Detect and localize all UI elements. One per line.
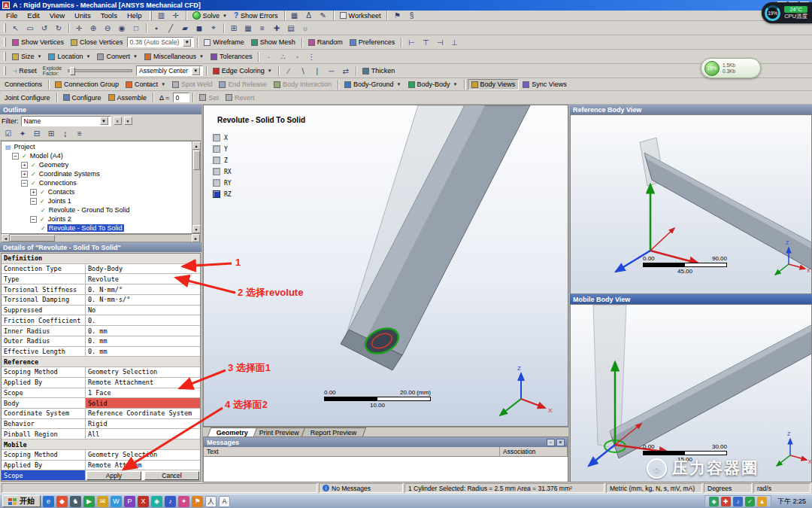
mobile-view-header[interactable]: Mobile Body View xyxy=(570,294,812,304)
vertex-ring-icon[interactable]: ◦ xyxy=(290,51,304,62)
start-button[interactable]: 开始 xyxy=(2,495,41,507)
status-units[interactable]: Metric (mm, kg, N, s, mV, mA) xyxy=(606,483,702,493)
tray-icon[interactable]: ✚ xyxy=(721,497,731,506)
status-messages[interactable]: iNo Messages xyxy=(319,483,403,493)
tab-print-preview[interactable]: Print Preview xyxy=(250,427,308,437)
messages-body[interactable] xyxy=(204,457,568,482)
delta-input[interactable]: 0 xyxy=(173,93,189,102)
reset-button[interactable]: ⊣Reset xyxy=(9,65,40,77)
delta-icon[interactable]: Δ xyxy=(302,10,316,21)
excel-icon[interactable]: X xyxy=(138,496,149,507)
menu-units[interactable]: Units xyxy=(70,11,95,20)
tab-geometry[interactable]: Geometry xyxy=(208,427,257,437)
preferences-button[interactable]: Preferences xyxy=(347,37,398,48)
scroll-down-icon[interactable]: ▼ xyxy=(192,225,201,233)
zoom-in-icon[interactable]: ⊕ xyxy=(86,23,100,34)
show-errors-button[interactable]: ?Show Errors xyxy=(231,10,281,21)
tray-icon[interactable]: ▲ xyxy=(757,497,767,506)
beam-section-icon[interactable]: ⊣ xyxy=(433,37,447,48)
toolbar-grip[interactable] xyxy=(4,23,6,32)
column-text[interactable]: Text xyxy=(204,447,500,456)
close-vertices-button[interactable]: Close Vertices xyxy=(68,37,126,48)
tree-item-revolute-solid[interactable]: ✓Revolute - Solid To Solid xyxy=(2,224,192,233)
tolerances-button[interactable]: Tolerances xyxy=(208,51,256,62)
beam-section-icon[interactable]: ⊢ xyxy=(404,37,418,48)
checkbox-icon[interactable] xyxy=(213,145,220,153)
sync-views-toggle[interactable]: Sync Views xyxy=(520,79,569,90)
geometry-viewport[interactable]: Z X Revolute - Solid To Solid X Y Z RX R… xyxy=(203,105,568,427)
details-row-ref-applied-by[interactable]: Applied ByRemote Attachment xyxy=(2,378,200,388)
body-interaction-button[interactable]: Body Interaction xyxy=(271,79,335,90)
assembly-center-combobox[interactable]: Assembly Center▼ xyxy=(136,65,203,76)
menu-tools[interactable]: Tools xyxy=(96,11,122,20)
app-icon[interactable]: ♞ xyxy=(70,496,81,507)
collapse-all-icon[interactable]: ⊟ xyxy=(30,128,44,139)
music-icon[interactable]: ♪ xyxy=(165,496,176,507)
tree-item-revolute-ground[interactable]: ✓Revolute - Ground To Solid xyxy=(2,205,192,214)
details-row-inner-radius[interactable]: Inner Radius0. mm xyxy=(2,326,200,336)
app-icon[interactable]: ◈ xyxy=(151,496,162,507)
dof-rx[interactable]: RX xyxy=(213,168,232,175)
apply-button[interactable]: Apply xyxy=(86,471,141,480)
word-icon[interactable]: W xyxy=(111,496,122,507)
body-body-dropdown[interactable]: Body-Body▼ xyxy=(405,79,461,90)
random-colors-button[interactable]: Random xyxy=(305,37,346,48)
scroll-up-icon[interactable]: ▲ xyxy=(192,141,201,150)
menu-help[interactable]: Help xyxy=(123,11,147,20)
location-dropdown[interactable]: Location▼ xyxy=(45,51,93,62)
toolbar-grip[interactable] xyxy=(4,52,6,61)
show-mesh-button[interactable]: Show Mesh xyxy=(248,37,298,48)
spot-weld-button[interactable]: Spot Weld xyxy=(169,79,215,90)
tray-icon[interactable]: ♪ xyxy=(733,497,743,506)
menu-file[interactable]: File xyxy=(2,11,22,20)
vertex-filter-icon[interactable]: ▪ xyxy=(150,23,163,34)
toolbar-grip[interactable] xyxy=(4,66,6,75)
flip-edges-icon[interactable]: ⇄ xyxy=(339,65,353,77)
dof-ry[interactable]: RY xyxy=(213,179,232,187)
assemble-button[interactable]: Assemble xyxy=(105,92,150,103)
toolbar-grip[interactable] xyxy=(4,38,6,47)
menu-edit[interactable]: Edit xyxy=(23,11,44,20)
flag-icon[interactable]: ⚑ xyxy=(390,10,404,21)
show-vertices-button[interactable]: Show Vertices xyxy=(9,37,67,48)
tree-sort-icon[interactable]: ↨ xyxy=(59,128,72,139)
dof-rz[interactable]: RZ xyxy=(213,190,232,198)
set-button[interactable]: Set xyxy=(196,92,222,103)
zoom-fit-icon[interactable]: □ xyxy=(129,23,143,34)
lighting-icon[interactable]: ☼ xyxy=(298,23,312,34)
dof-z[interactable]: Z xyxy=(213,157,232,164)
edge-direction-icon[interactable]: ∖ xyxy=(296,65,310,77)
tree-flash-icon[interactable]: ✦ xyxy=(16,128,29,139)
app-icon[interactable]: ✦ xyxy=(178,496,189,507)
close-panel-icon[interactable]: ✕ xyxy=(556,439,565,446)
chevron-down-icon[interactable]: ▼ xyxy=(183,38,191,47)
miscellaneous-dropdown[interactable]: Miscellaneous▼ xyxy=(141,51,207,62)
model-canvas[interactable]: Z X xyxy=(204,105,568,427)
details-row-type[interactable]: TypeRevolute xyxy=(2,274,200,284)
browser-icon[interactable]: e xyxy=(43,496,54,507)
tree-item-connections[interactable]: −✓Connections xyxy=(2,178,192,187)
toolbar-grip[interactable] xyxy=(150,11,152,20)
tree-item-contacts[interactable]: +✓Contacts xyxy=(2,187,192,196)
edge-coloring-dropdown[interactable]: Edge Coloring▼ xyxy=(210,65,275,77)
details-row-mob-scope[interactable]: ScopeApplyCancel xyxy=(2,470,200,481)
expander-icon[interactable]: − xyxy=(30,216,37,223)
expander-icon[interactable]: + xyxy=(21,171,28,178)
convert-dropdown[interactable]: Convert▼ xyxy=(94,51,140,62)
face-filter-icon[interactable]: ▰ xyxy=(178,23,192,34)
tree-check-icon[interactable]: ☑ xyxy=(2,128,15,139)
powerpoint-icon[interactable]: P xyxy=(124,496,135,507)
details-header[interactable]: Details of "Revolute - Solid To Solid" xyxy=(0,242,201,252)
tree-vertical-scrollbar[interactable]: ▲ ▼ xyxy=(192,141,200,233)
menu-view[interactable]: View xyxy=(45,11,69,20)
checkbox-icon[interactable] xyxy=(213,168,220,175)
details-row-friction-coefficient[interactable]: Friction Coefficient0. xyxy=(2,315,200,326)
expander-icon[interactable]: + xyxy=(30,189,37,196)
edge-filter-icon[interactable]: ╱ xyxy=(164,23,177,34)
zoom-box-icon[interactable]: ◉ xyxy=(115,23,129,34)
tab-report-preview[interactable]: Report Preview xyxy=(301,427,366,437)
body-ground-dropdown[interactable]: Body-Ground▼ xyxy=(341,79,404,90)
cancel-button[interactable]: Cancel xyxy=(144,471,199,480)
checkbox-icon[interactable] xyxy=(213,179,220,187)
edit-icon[interactable]: ✎ xyxy=(317,10,330,21)
